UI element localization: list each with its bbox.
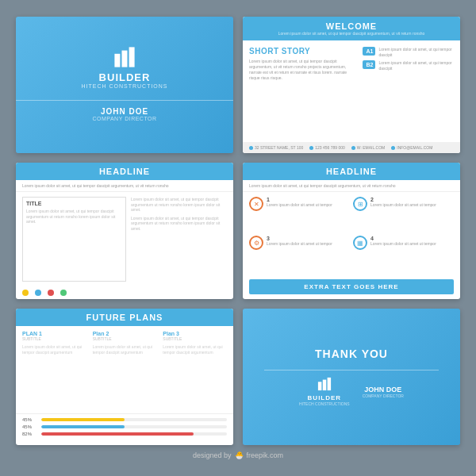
dot-green [60,290,67,296]
badge-a1: A1 [363,47,375,56]
footer-addr: 32 STREET NAME, ST 100 [249,145,303,150]
plans-header: FUTURE PLANS [16,309,233,326]
welcome-left: SHORT STORY Lorem ipsum dolor sit amet, … [249,47,358,136]
icon-circle-3: ⚙ [249,236,263,250]
presentation-grid: BUILDER HITECH CONSTRUCTIONS JOHN DOE CO… [16,17,460,445]
icon-item-4-text: 4 Lorem ipsum dolor sit amet ut tempor [370,236,436,247]
plan3-name: Plan 3 [163,331,227,336]
footer-email: INFO@EMAIL.COM [391,145,432,150]
welcome-footer: 32 STREET NAME, ST 100 123 456 789 000 W… [243,142,460,153]
right-text: Lorem ipsum dolor sit amet, ut qui tempo… [131,197,227,213]
thank-company: BUILDER [299,394,350,401]
footer-web: W: EMAIL.COM [351,145,385,150]
progress-section: 45% 45% 82% [16,413,233,445]
col-title: TITLE [26,201,122,206]
welcome-subtitle: Lorem ipsum dolor sit amet, ut qui tempo… [251,31,452,36]
icon-num-3: 3 [267,236,332,241]
thank-person-name: JOHN DOE [363,386,404,393]
prog1-bg [41,418,227,421]
welcome-header: WELCOME Lorem ipsum dolor sit amet, ut q… [243,17,460,40]
person-bar: JOHN DOE COMPANY DIRECTOR [16,100,233,125]
prog3-label: 82% [22,432,38,436]
thank-person-area: JOHN DOE COMPANY DIRECTOR [363,386,404,398]
svg-rect-3 [318,382,322,390]
col-text-1: Lorem ipsum dolor sit amet, ut qui tempo… [26,209,122,225]
plan3-text: Lorem ipsum dolor sit amet, ut qui tempo… [163,344,227,355]
headline-left-title: HEADLINE [24,167,225,176]
icon-circle-1: ✕ [249,197,263,211]
svg-rect-0 [114,53,120,67]
badge-a1-text: Lorem ipsum dolor sit amet, ut qui tempo… [378,47,454,57]
dots-row [16,286,233,299]
svg-rect-2 [129,47,135,67]
badge-row-b2: B2 Lorem ipsum dolor sit amet, ut qui te… [363,60,454,71]
svg-rect-5 [327,378,331,390]
card-plans: FUTURE PLANS PLAN 1 SUBTITLE Lorem ipsum… [16,309,233,445]
plan2-text: Lorem ipsum dolor sit amet, ut qui tempo… [93,344,157,355]
prog3-fill [41,432,194,436]
thank-divider [264,370,438,370]
prog2-bg [41,425,227,428]
footer-addr-icon [249,146,253,150]
headline-right-subheader: Lorem ipsum dolor sit amet, ut qui tempo… [243,180,460,192]
progress-row-1: 45% [22,417,227,422]
svg-rect-4 [323,380,327,391]
right-text-2: Lorem ipsum dolor sit amet, ut qui tempo… [131,216,227,232]
progress-row-3: 82% [22,432,227,436]
prog2-label: 45% [22,424,38,429]
extra-bar-text: EXTRA TEXT GOES HERE [253,283,450,290]
builder-logo-icon [113,46,136,71]
credit-site: freepik.com [247,451,284,459]
icon-num-2: 2 [370,197,436,202]
plan-col-2: Plan 2 SUBTITLE Lorem ipsum dolor sit am… [93,331,157,409]
credit-text: designed by [193,451,232,459]
thank-logo-area: BUILDER HITECH CONSTRUCTIONS [299,377,350,406]
card-thankyou: THANK YOU BUILDER HITECH CONSTRUCTIONS J… [243,309,460,445]
thank-company-sub: HITECH CONSTRUCTIONS [299,401,350,406]
footer-web-icon [351,146,355,150]
card-headline-left: HEADLINE Lorem ipsum dolor sit amet, ut … [16,163,233,299]
headline-left-content: TITLE Lorem ipsum dolor sit amet, ut qui… [16,192,233,286]
badge-b2-text: Lorem ipsum dolor sit amet, ut qui tempo… [378,60,454,71]
icon-circle-2: ⊞ [353,197,367,211]
card-welcome: WELCOME Lorem ipsum dolor sit amet, ut q… [243,17,460,153]
welcome-right: A1 Lorem ipsum dolor sit amet, ut qui te… [363,47,454,136]
dot-blue [35,290,41,296]
icon-circle-4: ▦ [353,236,367,250]
story-title: SHORT STORY [249,47,358,56]
person-name: JOHN DOE [16,107,233,116]
extra-bar: EXTRA TEXT GOES HERE [249,279,454,294]
headline-left-col: TITLE Lorem ipsum dolor sit amet, ut qui… [22,197,126,282]
headline-right-title: HEADLINE [251,167,452,176]
headline-left-subheader: Lorem ipsum dolor sit amet, ut qui tempo… [16,180,233,192]
card-headline-right: HEADLINE Lorem ipsum dolor sit amet, ut … [243,163,460,299]
prog3-bg [41,432,227,436]
icons-grid: ✕ 1 Lorem ipsum dolor sit amet ut tempor… [243,192,460,276]
footer-phone: 123 456 789 000 [309,145,345,150]
icon-item-3: ⚙ 3 Lorem ipsum dolor sit amet ut tempor [249,236,350,271]
badge-row-a1: A1 Lorem ipsum dolor sit amet, ut qui te… [363,47,454,57]
icon-item-1-text: 1 Lorem ipsum dolor sit amet ut tempor [267,197,332,208]
card-builder: BUILDER HITECH CONSTRUCTIONS JOHN DOE CO… [16,17,233,153]
credit-bar: designed by 🐣 freepik.com [193,451,283,459]
headline-left-header: HEADLINE [16,163,233,180]
plan2-name: Plan 2 [93,331,157,336]
company-name: BUILDER [99,71,151,83]
icon-item-1: ✕ 1 Lorem ipsum dolor sit amet ut tempor [249,197,350,232]
headline-right-header: HEADLINE [243,163,460,180]
plan2-sub: SUBTITLE [93,336,157,341]
plan1-sub: SUBTITLE [22,336,86,341]
icon-item-2-text: 2 Lorem ipsum dolor sit amet ut tempor [370,197,436,208]
prog2-fill [41,425,125,428]
thank-person-title: COMPANY DIRECTOR [363,393,404,398]
icon-item-2: ⊞ 2 Lorem ipsum dolor sit amet ut tempor [353,197,454,232]
prog1-label: 45% [22,417,38,422]
icon-item-3-text: 3 Lorem ipsum dolor sit amet ut tempor [267,236,332,247]
plan3-sub: SUBTITLE [163,336,227,341]
thank-title: THANK YOU [315,347,388,360]
icon-num-1: 1 [267,197,332,202]
plan-col-1: PLAN 1 SUBTITLE Lorem ipsum dolor sit am… [22,331,86,409]
plans-row: PLAN 1 SUBTITLE Lorem ipsum dolor sit am… [16,326,233,413]
badge-b2: B2 [363,60,375,69]
svg-rect-1 [122,50,128,67]
